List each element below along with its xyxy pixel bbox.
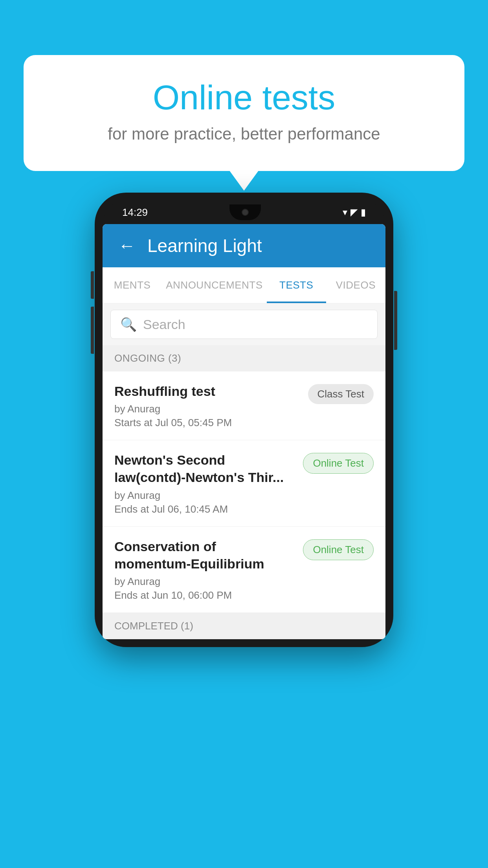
search-container: 🔍 Search [103, 303, 385, 345]
phone-container: 14:29 ▾ ◤ ▮ ← Learning Light MENTS [95, 193, 393, 647]
test-author: by Anurag [114, 403, 300, 415]
search-icon: 🔍 [120, 316, 137, 332]
side-button-volume-up [91, 271, 94, 299]
search-bar[interactable]: 🔍 Search [110, 310, 378, 339]
app-title: Learning Light [147, 235, 262, 256]
test-author: by Anurag [114, 489, 295, 502]
search-input[interactable]: Search [143, 317, 185, 332]
test-item[interactable]: Newton's Second law(contd)-Newton's Thir… [103, 440, 385, 526]
tab-tests[interactable]: TESTS [267, 267, 326, 303]
test-info: Conservation of momentum-Equilibrium by … [114, 538, 295, 601]
test-author: by Anurag [114, 576, 295, 588]
ongoing-section-header: ONGOING (3) [103, 345, 385, 371]
test-time: Starts at Jul 05, 05:45 PM [114, 417, 300, 429]
tab-assignments[interactable]: MENTS [103, 267, 162, 303]
speech-bubble-container: Online tests for more practice, better p… [24, 55, 464, 171]
app-header: ← Learning Light [103, 224, 385, 267]
tab-videos[interactable]: VIDEOS [326, 267, 385, 303]
bubble-subtitle: for more practice, better performance [55, 125, 433, 143]
signal-icon: ◤ [350, 207, 358, 218]
test-badge-online-2: Online Test [303, 539, 374, 560]
phone-screen: ← Learning Light MENTS ANNOUNCEMENTS TES… [103, 224, 385, 639]
test-info: Newton's Second law(contd)-Newton's Thir… [114, 451, 295, 515]
test-name: Newton's Second law(contd)-Newton's Thir… [114, 451, 295, 486]
test-time: Ends at Jun 10, 06:00 PM [114, 589, 295, 601]
test-info: Reshuffling test by Anurag Starts at Jul… [114, 383, 300, 429]
test-badge-class: Class Test [308, 384, 374, 404]
test-name: Conservation of momentum-Equilibrium [114, 538, 295, 572]
speech-bubble: Online tests for more practice, better p… [24, 55, 464, 171]
tab-announcements[interactable]: ANNOUNCEMENTS [162, 267, 266, 303]
status-bar: 14:29 ▾ ◤ ▮ [103, 200, 385, 224]
back-button[interactable]: ← [118, 237, 136, 254]
test-name: Reshuffling test [114, 383, 300, 400]
wifi-icon: ▾ [343, 207, 347, 218]
status-icons: ▾ ◤ ▮ [343, 207, 366, 218]
side-button-volume-down [91, 307, 94, 354]
test-time: Ends at Jul 06, 10:45 AM [114, 503, 295, 515]
status-time: 14:29 [122, 206, 148, 219]
test-item[interactable]: Conservation of momentum-Equilibrium by … [103, 527, 385, 613]
completed-section-header: COMPLETED (1) [103, 613, 385, 639]
test-badge-online: Online Test [303, 453, 374, 474]
phone-frame: 14:29 ▾ ◤ ▮ ← Learning Light MENTS [95, 193, 393, 647]
phone-notch [229, 204, 261, 220]
test-item[interactable]: Reshuffling test by Anurag Starts at Jul… [103, 371, 385, 440]
front-camera [242, 209, 249, 216]
side-button-power [394, 291, 397, 350]
tabs-container: MENTS ANNOUNCEMENTS TESTS VIDEOS [103, 267, 385, 303]
bubble-title: Online tests [55, 79, 433, 117]
battery-icon: ▮ [361, 207, 366, 218]
